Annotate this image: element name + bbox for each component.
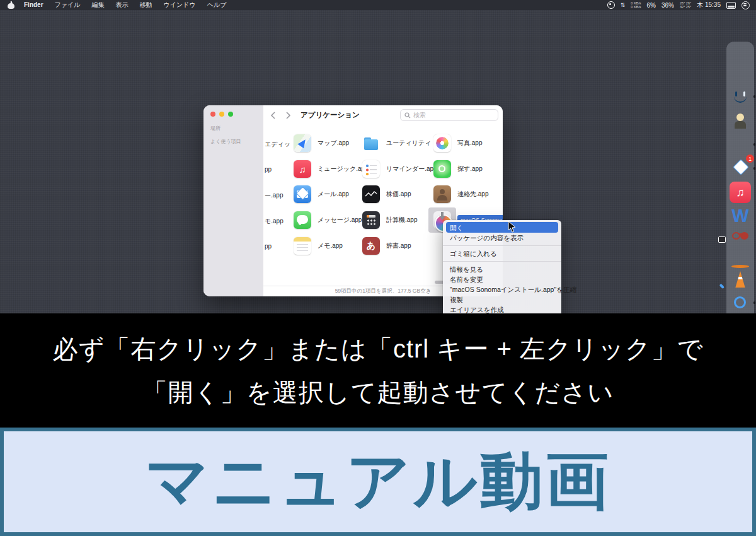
menu-item-duplicate[interactable]: 複製	[443, 294, 561, 305]
running-indicator	[753, 167, 756, 170]
status-text: 59項目中の1項目を選択、177.5 GB空き	[335, 288, 432, 295]
running-indicator	[753, 143, 756, 146]
window-title: アプリケーション	[301, 110, 360, 120]
minimize-button[interactable]	[219, 112, 224, 117]
cpu-usage[interactable]: 6%	[647, 2, 656, 9]
dock-item-chrome[interactable]	[730, 134, 751, 155]
messages-app-icon	[294, 211, 311, 229]
menu-window[interactable]: ウインドウ	[158, 0, 202, 10]
network-speed[interactable]: 0 KB/s 0 KB/s	[631, 1, 641, 9]
app-label: ミュージック.app	[318, 165, 369, 173]
dock-item-character-app[interactable]	[730, 110, 751, 131]
notes-app-icon	[294, 237, 311, 255]
findmy-app-icon	[433, 160, 451, 178]
menu-finder[interactable]: Finder	[18, 0, 49, 10]
caption-band: 必ず「右クリック」または「ctrl キー + 左クリック」で 「開く」を選択して…	[0, 313, 756, 428]
input-source-icon[interactable]	[726, 2, 736, 9]
music-app-icon	[294, 160, 311, 178]
menu-item-open[interactable]: 開く	[446, 222, 558, 233]
app-item-utilities[interactable]: ユーティリティ	[362, 134, 431, 152]
app-item-messages[interactable]: メッセージ.app	[294, 211, 362, 229]
app-label: 株価.app	[386, 190, 411, 199]
app-item-reminders[interactable]: リマインダー.app	[362, 160, 437, 178]
utilities-folder-icon	[362, 134, 380, 152]
app-item-dictionary[interactable]: あ 辞書.app	[362, 237, 411, 255]
dock-item-mail[interactable]: 1	[730, 158, 751, 179]
app-item-mail[interactable]: メール.app	[294, 185, 349, 203]
dock-item-music[interactable]	[730, 182, 751, 203]
app-item-calculator[interactable]: 計算機.app	[362, 211, 417, 229]
app-label: メール.app	[318, 190, 349, 199]
forward-button[interactable]	[285, 112, 291, 119]
temps-bottom: 32° 25°	[680, 5, 691, 9]
maps-app-icon	[294, 134, 311, 152]
app-label: 連絡先.app	[457, 190, 488, 199]
app-item-stocks[interactable]: 株価.app	[362, 185, 411, 203]
partial-app-label[interactable]: pp	[265, 166, 291, 173]
sidebar-section-favorites: よく使う項目	[210, 138, 241, 145]
menu-go[interactable]: 移動	[134, 0, 158, 10]
dock-item-w-app[interactable]: W	[730, 205, 751, 226]
dock-item-finder[interactable]	[730, 86, 751, 107]
app-label: リマインダー.app	[386, 165, 437, 173]
menu-item-compress[interactable]: "macOS Sonomaインストール.app"を圧縮	[443, 284, 561, 294]
network-arrows-icon[interactable]: ⇅	[621, 2, 626, 8]
menu-separator	[443, 261, 561, 262]
partial-app-label[interactable]: モ.app	[265, 217, 291, 226]
control-center-icon[interactable]	[742, 1, 750, 9]
zoom-button[interactable]	[228, 112, 233, 117]
manual-video-banner: マニュアル動画	[0, 428, 756, 536]
app-label: 計算機.app	[386, 216, 417, 224]
caption-line-1: 必ず「右クリック」または「ctrl キー + 左クリック」で	[52, 332, 703, 366]
app-label: メモ.app	[318, 242, 343, 250]
search-input[interactable]: 検索	[400, 109, 498, 121]
menu-file[interactable]: ファイル	[49, 0, 86, 10]
menu-item-rename[interactable]: 名前を変更	[443, 274, 561, 284]
reminders-app-icon	[362, 160, 380, 178]
back-button[interactable]	[270, 112, 276, 119]
sidebar-section-places: 場所	[210, 125, 220, 132]
dock-item-quicktime[interactable]	[730, 292, 751, 313]
close-button[interactable]	[210, 112, 215, 117]
menu-item-move-to-trash[interactable]: ゴミ箱に入れる	[443, 248, 561, 259]
app-item-findmy[interactable]: 探す.app	[433, 160, 483, 178]
mail-app-icon	[294, 185, 311, 203]
mouse-cursor	[508, 221, 517, 233]
menu-help[interactable]: ヘルプ	[202, 0, 232, 10]
screen-record-icon[interactable]	[607, 1, 615, 9]
temperature-widget[interactable]: 26° 26° 32° 25°	[680, 1, 691, 9]
memory-usage[interactable]: 36%	[662, 2, 674, 9]
context-menu: 開く パッケージの内容を表示 ゴミ箱に入れる 情報を見る 名前を変更 "macO…	[443, 220, 561, 329]
menu-edit[interactable]: 編集	[86, 0, 110, 10]
net-down-speed: 0 KB/s	[631, 5, 641, 9]
app-label: 写真.app	[457, 139, 482, 148]
dictionary-app-icon: あ	[362, 237, 380, 255]
dock-item-glasses-app[interactable]	[730, 225, 751, 247]
app-item-contacts[interactable]: 連絡先.app	[433, 185, 488, 203]
app-item-maps[interactable]: マップ.app	[294, 134, 349, 152]
stocks-app-icon	[362, 185, 380, 203]
photos-app-icon	[433, 134, 451, 152]
apple-menu-icon[interactable]	[8, 1, 14, 9]
w-app-icon: W	[730, 205, 751, 226]
partial-app-label[interactable]: pp	[265, 243, 291, 250]
menu-item-show-package-contents[interactable]: パッケージの内容を表示	[443, 233, 561, 243]
app-item-music[interactable]: ミュージック.app	[294, 160, 369, 178]
desktop: Finder ファイル 編集 表示 移動 ウインドウ ヘルプ ⇅ 0 KB/s …	[0, 0, 756, 536]
app-item-photos[interactable]: 写真.app	[433, 134, 482, 152]
dock-item-vlc[interactable]	[730, 269, 751, 291]
menu-view[interactable]: 表示	[110, 0, 134, 10]
dock: 1 W	[726, 42, 754, 322]
partial-app-label[interactable]: ー.app	[265, 191, 291, 200]
partial-app-label[interactable]: エディッ	[265, 140, 291, 149]
app-label: 探す.app	[457, 165, 483, 173]
search-placeholder: 検索	[413, 111, 426, 120]
finder-toolbar: アプリケーション 検索	[263, 105, 503, 125]
clock[interactable]: 木 15:35	[697, 1, 721, 9]
menu-item-get-info[interactable]: 情報を見る	[443, 264, 561, 274]
contacts-app-icon	[433, 185, 451, 203]
running-indicator	[753, 95, 756, 98]
app-item-notes[interactable]: メモ.app	[294, 237, 343, 255]
banner-title: マニュアル動画	[145, 440, 611, 525]
running-indicator	[753, 301, 756, 304]
